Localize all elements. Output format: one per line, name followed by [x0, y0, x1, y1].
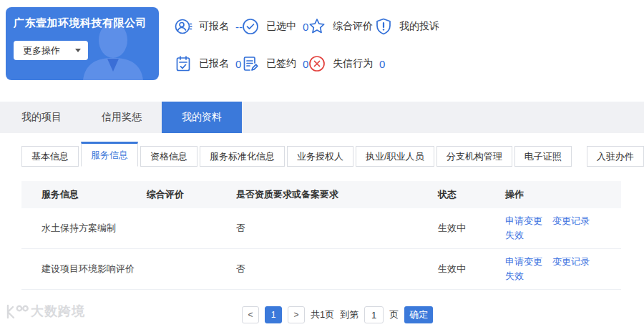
invalidate-link[interactable]: 失效: [505, 270, 621, 283]
cell-service: 水土保持方案编制: [21, 222, 147, 235]
stat-label: 我的投诉: [399, 20, 439, 33]
confirm-button[interactable]: 确定: [404, 306, 433, 323]
total-pages-label: 共1页: [311, 308, 334, 321]
tab-credit-rewards[interactable]: 信用奖惩: [82, 102, 162, 133]
tab-my-projects[interactable]: 我的项目: [1, 102, 82, 133]
goto-suffix-label: 页: [389, 308, 399, 321]
more-actions-button[interactable]: 更多操作: [14, 41, 88, 60]
goto-prefix-label: 到第: [340, 308, 358, 321]
change-record-link[interactable]: 变更记录: [552, 255, 590, 268]
stat-signed[interactable]: 已签约 0: [241, 54, 308, 74]
prev-page-button[interactable]: <: [242, 306, 259, 323]
service-table: 服务信息 综合评价 是否资质要求或备案要求 状态 操作 水土保持方案编制 否 生…: [21, 181, 621, 290]
shield-exclamation-icon: [374, 17, 393, 36]
stat-label: 已签约: [266, 57, 296, 70]
table-header-row: 服务信息 综合评价 是否资质要求或备案要求 状态 操作: [21, 181, 621, 208]
cell-status: 生效中: [438, 222, 505, 235]
subtab-service-standardization[interactable]: 服务标准化信息: [200, 146, 285, 167]
subtab-business-authorizer[interactable]: 业务授权人: [287, 146, 353, 167]
document-sign-icon: [241, 54, 260, 73]
stat-selected[interactable]: 已选中 0: [241, 16, 308, 36]
cell-status: 生效中: [438, 263, 505, 275]
clipboard-check-icon: [174, 54, 192, 73]
x-circle-icon: [308, 54, 326, 73]
table-row: 建设项目环境影响评价 否 生效中 申请变更 变更记录 失效: [21, 249, 621, 290]
next-page-button[interactable]: >: [288, 306, 305, 323]
stat-label: 可报名: [199, 20, 229, 33]
table-row: 水土保持方案编制 否 生效中 申请变更 变更记录 失效: [21, 208, 621, 249]
stat-value: 0: [379, 58, 385, 70]
stat-my-complaints[interactable]: 我的投诉: [374, 16, 446, 36]
star-icon: [308, 17, 326, 36]
stat-registered[interactable]: 已报名 0: [174, 54, 241, 74]
screen: 广东壹加环境科技有限公司 更多操作 可报名 -- 已选中 0 综合评价: [0, 0, 644, 327]
page-1-button[interactable]: 1: [265, 306, 282, 323]
cell-service: 建设项目环境影响评价: [21, 263, 147, 275]
more-actions-label: 更多操作: [23, 44, 60, 57]
stat-label: 已报名: [199, 57, 229, 70]
sub-tab-bar: 基本信息 服务信息 资格信息 服务标准化信息 业务授权人 执业/职业人员 分支机…: [21, 142, 644, 167]
cell-requirement: 否: [236, 222, 438, 235]
apply-change-link[interactable]: 申请变更: [505, 255, 542, 268]
check-circle-icon: [241, 17, 260, 36]
tab-my-profile[interactable]: 我的资料: [162, 102, 242, 133]
subtab-e-license[interactable]: 电子证照: [514, 146, 572, 167]
watermark-logo-icon: [4, 303, 29, 320]
user-circle-icon: [174, 17, 192, 36]
cell-actions: 申请变更 变更记录 失效: [505, 215, 621, 242]
cell-actions: 申请变更 变更记录 失效: [505, 255, 621, 283]
main-tab-bar: 我的项目 信用奖惩 我的资料: [0, 102, 644, 133]
stat-overall-rating[interactable]: 综合评价: [308, 16, 379, 36]
col-header-service: 服务信息: [21, 188, 147, 201]
col-header-rating: 综合评价: [147, 188, 236, 201]
stat-can-register[interactable]: 可报名 --: [174, 16, 243, 36]
watermark-text: 大数跨境: [31, 303, 85, 320]
stat-label: 失信行为: [333, 57, 373, 70]
stat-dishonesty[interactable]: 失信行为 0: [308, 54, 385, 74]
stat-label: 已选中: [266, 20, 296, 33]
company-card: 广东壹加环境科技有限公司 更多操作: [6, 7, 159, 80]
chevron-down-icon: [75, 49, 81, 52]
stat-label: 综合评价: [333, 20, 373, 33]
pagination: < 1 > 共1页 到第 页 确定: [242, 306, 433, 323]
company-name: 广东壹加环境科技有限公司: [14, 16, 147, 30]
goto-page-input[interactable]: [364, 306, 384, 323]
subtab-branch-management[interactable]: 分支机构管理: [436, 146, 512, 167]
invalidate-link[interactable]: 失效: [505, 229, 621, 242]
apply-change-link[interactable]: 申请变更: [505, 215, 542, 228]
change-record-link[interactable]: 变更记录: [552, 215, 590, 228]
subtab-practitioners[interactable]: 执业/职业人员: [356, 146, 434, 167]
watermark: 大数跨境: [4, 303, 85, 320]
col-header-actions: 操作: [505, 188, 621, 201]
subtab-onboarding-items[interactable]: 入驻办件: [587, 146, 644, 167]
subtab-qualification-info[interactable]: 资格信息: [140, 146, 197, 167]
col-header-requirement: 是否资质要求或备案要求: [236, 188, 438, 201]
subtab-service-info[interactable]: 服务信息: [81, 142, 138, 167]
subtab-basic-info[interactable]: 基本信息: [21, 146, 79, 167]
cell-requirement: 否: [236, 263, 438, 275]
col-header-status: 状态: [438, 188, 505, 201]
